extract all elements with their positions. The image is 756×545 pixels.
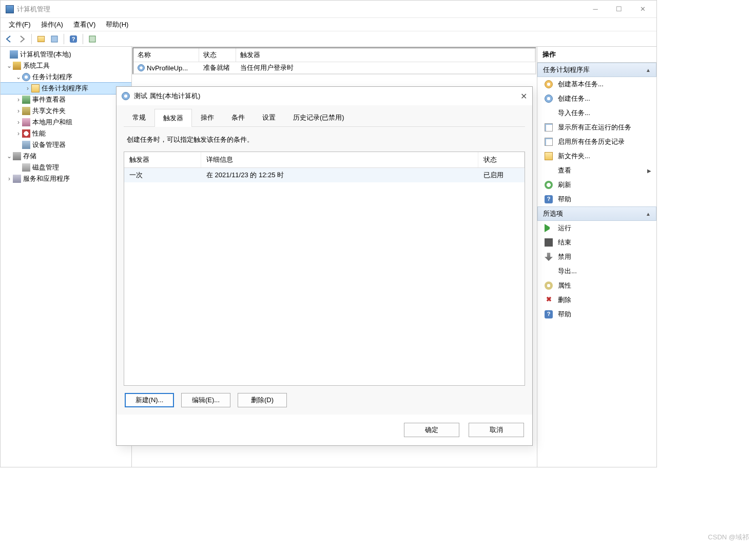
tab-description: 创建任务时，可以指定触发该任务的条件。: [124, 127, 525, 152]
action-create-task[interactable]: 创建任务...: [537, 91, 656, 106]
clock-icon: [122, 92, 130, 100]
action-enable-history[interactable]: 启用所有任务历史记录: [537, 135, 656, 149]
dialog-titlebar: 测试 属性(本地计算机) ✕: [117, 87, 532, 105]
ok-button[interactable]: 确定: [404, 423, 459, 437]
task-properties-dialog: 测试 属性(本地计算机) ✕ 常规 触发器 操作 条件 设置 历史记录(已禁用)…: [116, 86, 533, 446]
th-detail[interactable]: 详细信息: [201, 152, 478, 167]
svg-rect-1: [89, 36, 95, 42]
menu-file[interactable]: 文件(F): [5, 19, 35, 30]
menu-help[interactable]: 帮助(H): [102, 19, 132, 30]
actions-section-selected[interactable]: 所选项▲: [537, 206, 656, 221]
stop-icon: [545, 238, 553, 247]
document-icon: [545, 138, 553, 146]
action-end[interactable]: 结束: [537, 235, 656, 250]
clock-icon: [545, 95, 553, 103]
properties-icon: [545, 281, 553, 290]
action-disable[interactable]: 禁用: [537, 250, 656, 264]
th-status[interactable]: 状态: [478, 152, 525, 167]
toolbar: ?: [1, 31, 656, 47]
actions-title: 操作: [537, 47, 656, 63]
chevron-right-icon: ▶: [647, 168, 651, 174]
app-icon: [6, 5, 14, 13]
tree-root[interactable]: 计算机管理(本地): [1, 49, 131, 60]
play-icon: [545, 224, 553, 232]
action-show-running[interactable]: 显示所有正在运行的任务: [537, 120, 656, 135]
properties-toolbar-button[interactable]: [48, 33, 61, 45]
document-icon: [545, 123, 553, 131]
disable-icon: [545, 253, 553, 261]
delete-trigger-button[interactable]: 删除(D): [238, 393, 287, 407]
help-icon: ?: [545, 310, 553, 318]
run-toolbar-button[interactable]: [86, 33, 99, 45]
col-trigger[interactable]: 触发器: [236, 48, 535, 62]
new-trigger-button[interactable]: 新建(N)...: [125, 393, 174, 407]
close-button[interactable]: ✕: [631, 2, 654, 17]
titlebar: 计算机管理 ─ ☐ ✕: [1, 1, 656, 18]
tree-services-apps[interactable]: ›服务和应用程序: [1, 173, 131, 184]
action-refresh[interactable]: 刷新: [537, 178, 656, 192]
action-help[interactable]: ?帮助: [537, 192, 656, 206]
tree-device-manager[interactable]: 设备管理器: [1, 139, 131, 151]
trigger-row[interactable]: 一次 在 2021/11/23 的 12:25 时 已启用: [124, 168, 525, 182]
tree-disk-management[interactable]: 磁盘管理: [1, 162, 131, 173]
action-run[interactable]: 运行: [537, 221, 656, 235]
tree-storage[interactable]: ⌄存储: [1, 151, 131, 162]
action-help2[interactable]: ?帮助: [537, 307, 656, 322]
task-row[interactable]: NvProfileUp... 准备就绪 当任何用户登录时: [133, 62, 535, 73]
tab-general[interactable]: 常规: [124, 108, 154, 126]
dialog-close-button[interactable]: ✕: [512, 91, 527, 101]
tree-task-scheduler-library[interactable]: ›任务计划程序库: [1, 83, 131, 94]
edit-trigger-button[interactable]: 编辑(E)...: [181, 393, 230, 407]
action-new-folder[interactable]: 新文件夹...: [537, 149, 656, 163]
task-list-header: 名称 状态 触发器: [133, 48, 535, 62]
delete-icon: ✖: [545, 296, 553, 304]
tree-system-tools[interactable]: ⌄系统工具: [1, 60, 131, 71]
menu-view[interactable]: 查看(V): [69, 19, 100, 30]
tree-performance[interactable]: ›性能: [1, 128, 131, 139]
action-import-task[interactable]: 导入任务...: [537, 106, 656, 120]
menubar: 文件(F) 操作(A) 查看(V) 帮助(H): [1, 18, 656, 31]
tree-task-scheduler[interactable]: ⌄任务计划程序: [1, 71, 131, 83]
dialog-title: 测试 属性(本地计算机): [134, 91, 512, 101]
menu-action[interactable]: 操作(A): [37, 19, 67, 30]
nav-forward-button[interactable]: [16, 33, 28, 45]
help-toolbar-button[interactable]: ?: [67, 33, 80, 45]
tree-shared-folders[interactable]: ›共享文件夹: [1, 105, 131, 117]
tab-actions[interactable]: 操作: [192, 108, 223, 126]
col-name[interactable]: 名称: [133, 48, 199, 62]
window-title: 计算机管理: [17, 5, 584, 14]
action-create-basic-task[interactable]: 创建基本任务...: [537, 77, 656, 91]
tab-conditions[interactable]: 条件: [223, 108, 254, 126]
trigger-list: 触发器 详细信息 状态 一次 在 2021/11/23 的 12:25 时 已启…: [124, 152, 525, 386]
help-icon: ?: [545, 195, 553, 203]
dialog-tabs: 常规 触发器 操作 条件 设置 历史记录(已禁用): [124, 108, 525, 127]
actions-panel: 操作 任务计划程序库▲ 创建基本任务... 创建任务... 导入任务... 显示…: [537, 47, 656, 467]
action-view[interactable]: 查看▶: [537, 163, 656, 178]
action-export[interactable]: 导出...: [537, 264, 656, 278]
up-button[interactable]: [35, 33, 47, 45]
clock-icon: [545, 80, 553, 88]
actions-section-library[interactable]: 任务计划程序库▲: [537, 63, 656, 77]
task-icon: [138, 64, 145, 71]
tab-triggers[interactable]: 触发器: [154, 109, 192, 127]
cancel-button[interactable]: 取消: [469, 423, 524, 437]
col-status[interactable]: 状态: [199, 48, 236, 62]
svg-rect-0: [51, 36, 57, 42]
folder-icon: [545, 152, 553, 160]
minimize-button[interactable]: ─: [584, 2, 607, 17]
th-trigger[interactable]: 触发器: [124, 152, 201, 167]
tree-local-users[interactable]: ›本地用户和组: [1, 117, 131, 128]
refresh-icon: [545, 181, 553, 189]
tab-settings[interactable]: 设置: [254, 108, 284, 126]
trigger-list-header: 触发器 详细信息 状态: [124, 152, 525, 168]
nav-back-button[interactable]: [3, 33, 15, 45]
tab-history[interactable]: 历史记录(已禁用): [284, 108, 353, 126]
action-properties[interactable]: 属性: [537, 278, 656, 293]
maximize-button[interactable]: ☐: [607, 2, 631, 17]
tree-event-viewer[interactable]: ›事件查看器: [1, 94, 131, 105]
tree-panel: 计算机管理(本地) ⌄系统工具 ⌄任务计划程序 ›任务计划程序库 ›事件查看器 …: [1, 47, 132, 467]
action-delete[interactable]: ✖删除: [537, 293, 656, 307]
